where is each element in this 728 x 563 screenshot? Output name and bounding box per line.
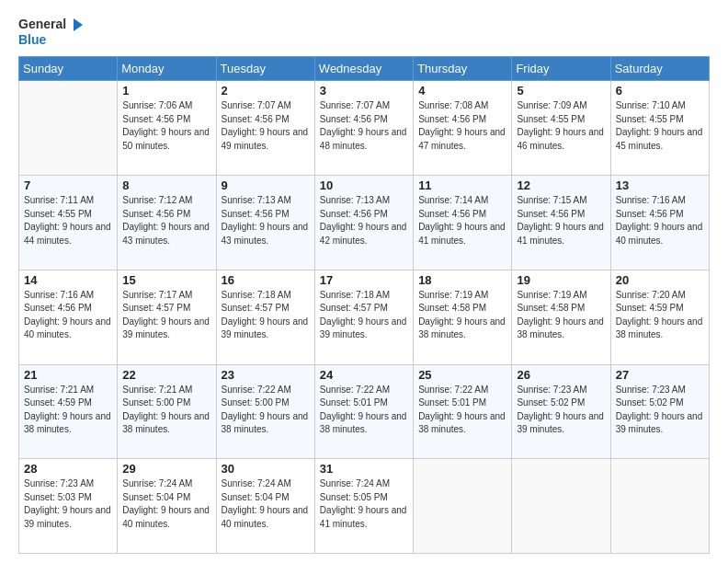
calendar-cell: 10Sunrise: 7:13 AMSunset: 4:56 PMDayligh… bbox=[314, 176, 413, 270]
calendar-cell: 21Sunrise: 7:21 AMSunset: 4:59 PMDayligh… bbox=[19, 364, 118, 459]
weekday-header-friday: Friday bbox=[512, 57, 610, 81]
day-info: Sunrise: 7:09 AMSunset: 4:55 PMDaylight:… bbox=[517, 99, 605, 153]
calendar-cell: 15Sunrise: 7:17 AMSunset: 4:57 PMDayligh… bbox=[118, 270, 216, 364]
day-number: 1 bbox=[122, 84, 210, 98]
header: General Blue bbox=[18, 17, 710, 47]
calendar-cell: 11Sunrise: 7:14 AMSunset: 4:56 PMDayligh… bbox=[414, 176, 512, 270]
day-number: 18 bbox=[418, 273, 506, 287]
calendar-cell: 6Sunrise: 7:10 AMSunset: 4:55 PMDaylight… bbox=[610, 81, 709, 176]
weekday-header-thursday: Thursday bbox=[414, 57, 512, 81]
calendar-cell: 8Sunrise: 7:12 AMSunset: 4:56 PMDaylight… bbox=[118, 176, 216, 270]
day-number: 9 bbox=[222, 178, 310, 192]
day-number: 23 bbox=[222, 368, 310, 382]
calendar-cell: 19Sunrise: 7:19 AMSunset: 4:58 PMDayligh… bbox=[512, 270, 610, 364]
day-info: Sunrise: 7:17 AMSunset: 4:57 PMDaylight:… bbox=[122, 289, 210, 342]
day-info: Sunrise: 7:16 AMSunset: 4:56 PMDaylight:… bbox=[24, 289, 112, 342]
calendar-cell: 3Sunrise: 7:07 AMSunset: 4:56 PMDaylight… bbox=[314, 81, 413, 176]
day-info: Sunrise: 7:08 AMSunset: 4:56 PMDaylight:… bbox=[418, 99, 506, 153]
day-info: Sunrise: 7:23 AMSunset: 5:02 PMDaylight:… bbox=[616, 384, 704, 437]
day-info: Sunrise: 7:07 AMSunset: 4:56 PMDaylight:… bbox=[222, 99, 310, 153]
day-info: Sunrise: 7:24 AMSunset: 5:04 PMDaylight:… bbox=[122, 477, 210, 531]
day-number: 10 bbox=[320, 178, 408, 192]
day-info: Sunrise: 7:10 AMSunset: 4:55 PMDaylight:… bbox=[616, 99, 704, 153]
calendar-cell: 5Sunrise: 7:09 AMSunset: 4:55 PMDaylight… bbox=[512, 81, 610, 176]
day-number: 17 bbox=[320, 273, 408, 287]
day-info: Sunrise: 7:11 AMSunset: 4:55 PMDaylight:… bbox=[24, 194, 112, 247]
calendar-cell: 29Sunrise: 7:24 AMSunset: 5:04 PMDayligh… bbox=[118, 459, 216, 554]
day-number: 21 bbox=[24, 368, 112, 382]
calendar-cell: 4Sunrise: 7:08 AMSunset: 4:56 PMDaylight… bbox=[414, 81, 512, 176]
calendar-cell: 1Sunrise: 7:06 AMSunset: 4:56 PMDaylight… bbox=[118, 81, 216, 176]
day-number: 20 bbox=[616, 273, 704, 287]
day-number: 8 bbox=[122, 178, 210, 192]
calendar-cell bbox=[512, 459, 610, 554]
calendar-cell: 14Sunrise: 7:16 AMSunset: 4:56 PMDayligh… bbox=[19, 270, 118, 364]
calendar-cell: 27Sunrise: 7:23 AMSunset: 5:02 PMDayligh… bbox=[610, 364, 709, 459]
day-info: Sunrise: 7:13 AMSunset: 4:56 PMDaylight:… bbox=[222, 194, 310, 247]
day-info: Sunrise: 7:22 AMSunset: 5:01 PMDaylight:… bbox=[320, 384, 408, 437]
calendar-cell: 30Sunrise: 7:24 AMSunset: 5:04 PMDayligh… bbox=[216, 459, 314, 554]
calendar-cell: 17Sunrise: 7:18 AMSunset: 4:57 PMDayligh… bbox=[314, 270, 413, 364]
day-info: Sunrise: 7:16 AMSunset: 4:56 PMDaylight:… bbox=[616, 194, 704, 247]
calendar-cell: 16Sunrise: 7:18 AMSunset: 4:57 PMDayligh… bbox=[216, 270, 314, 364]
day-info: Sunrise: 7:12 AMSunset: 4:56 PMDaylight:… bbox=[122, 194, 210, 247]
day-number: 7 bbox=[24, 178, 112, 192]
calendar-cell: 26Sunrise: 7:23 AMSunset: 5:02 PMDayligh… bbox=[512, 364, 610, 459]
day-info: Sunrise: 7:23 AMSunset: 5:03 PMDaylight:… bbox=[24, 477, 112, 531]
week-row-2: 14Sunrise: 7:16 AMSunset: 4:56 PMDayligh… bbox=[19, 270, 710, 364]
day-info: Sunrise: 7:22 AMSunset: 5:00 PMDaylight:… bbox=[222, 384, 310, 437]
calendar-cell: 9Sunrise: 7:13 AMSunset: 4:56 PMDaylight… bbox=[216, 176, 314, 270]
calendar-cell: 13Sunrise: 7:16 AMSunset: 4:56 PMDayligh… bbox=[610, 176, 709, 270]
calendar-cell: 31Sunrise: 7:24 AMSunset: 5:05 PMDayligh… bbox=[314, 459, 413, 554]
weekday-header-wednesday: Wednesday bbox=[314, 57, 413, 81]
day-number: 30 bbox=[222, 462, 310, 476]
calendar-cell: 2Sunrise: 7:07 AMSunset: 4:56 PMDaylight… bbox=[216, 81, 314, 176]
day-info: Sunrise: 7:14 AMSunset: 4:56 PMDaylight:… bbox=[418, 194, 506, 247]
logo-arrow-icon bbox=[68, 17, 85, 33]
day-number: 28 bbox=[24, 462, 112, 476]
calendar-cell: 22Sunrise: 7:21 AMSunset: 5:00 PMDayligh… bbox=[118, 364, 216, 459]
week-row-3: 21Sunrise: 7:21 AMSunset: 4:59 PMDayligh… bbox=[19, 364, 710, 459]
day-number: 3 bbox=[320, 84, 408, 98]
logo-text-blue: Blue bbox=[18, 33, 85, 47]
week-row-4: 28Sunrise: 7:23 AMSunset: 5:03 PMDayligh… bbox=[19, 459, 710, 554]
day-number: 13 bbox=[616, 178, 704, 192]
day-info: Sunrise: 7:06 AMSunset: 4:56 PMDaylight:… bbox=[122, 99, 210, 153]
calendar-cell: 28Sunrise: 7:23 AMSunset: 5:03 PMDayligh… bbox=[19, 459, 118, 554]
day-number: 25 bbox=[418, 368, 506, 382]
calendar-cell: 25Sunrise: 7:22 AMSunset: 5:01 PMDayligh… bbox=[414, 364, 512, 459]
calendar-cell: 20Sunrise: 7:20 AMSunset: 4:59 PMDayligh… bbox=[610, 270, 709, 364]
weekday-header-monday: Monday bbox=[118, 57, 216, 81]
day-number: 15 bbox=[122, 273, 210, 287]
day-number: 24 bbox=[320, 368, 408, 382]
day-number: 27 bbox=[616, 368, 704, 382]
day-info: Sunrise: 7:23 AMSunset: 5:02 PMDaylight:… bbox=[517, 384, 605, 437]
day-number: 11 bbox=[418, 178, 506, 192]
svg-marker-0 bbox=[74, 18, 83, 31]
day-number: 29 bbox=[122, 462, 210, 476]
day-info: Sunrise: 7:19 AMSunset: 4:58 PMDaylight:… bbox=[517, 289, 605, 342]
calendar-cell: 23Sunrise: 7:22 AMSunset: 5:00 PMDayligh… bbox=[216, 364, 314, 459]
calendar-cell bbox=[610, 459, 709, 554]
day-info: Sunrise: 7:15 AMSunset: 4:56 PMDaylight:… bbox=[517, 194, 605, 247]
day-info: Sunrise: 7:07 AMSunset: 4:56 PMDaylight:… bbox=[320, 99, 408, 153]
calendar-cell: 12Sunrise: 7:15 AMSunset: 4:56 PMDayligh… bbox=[512, 176, 610, 270]
weekday-header-row: SundayMondayTuesdayWednesdayThursdayFrid… bbox=[19, 57, 710, 81]
day-number: 12 bbox=[517, 178, 605, 192]
day-number: 16 bbox=[222, 273, 310, 287]
day-info: Sunrise: 7:24 AMSunset: 5:05 PMDaylight:… bbox=[320, 477, 408, 531]
day-number: 31 bbox=[320, 462, 408, 476]
weekday-header-saturday: Saturday bbox=[610, 57, 709, 81]
day-number: 22 bbox=[122, 368, 210, 382]
day-info: Sunrise: 7:21 AMSunset: 4:59 PMDaylight:… bbox=[24, 384, 112, 437]
day-info: Sunrise: 7:19 AMSunset: 4:58 PMDaylight:… bbox=[418, 289, 506, 342]
logo-text-general: General bbox=[18, 17, 66, 31]
week-row-0: 1Sunrise: 7:06 AMSunset: 4:56 PMDaylight… bbox=[19, 81, 710, 176]
day-info: Sunrise: 7:18 AMSunset: 4:57 PMDaylight:… bbox=[222, 289, 310, 342]
calendar-table: SundayMondayTuesdayWednesdayThursdayFrid… bbox=[18, 56, 710, 554]
day-number: 14 bbox=[24, 273, 112, 287]
calendar-cell bbox=[414, 459, 512, 554]
day-number: 19 bbox=[517, 273, 605, 287]
day-number: 26 bbox=[517, 368, 605, 382]
day-number: 5 bbox=[517, 84, 605, 98]
